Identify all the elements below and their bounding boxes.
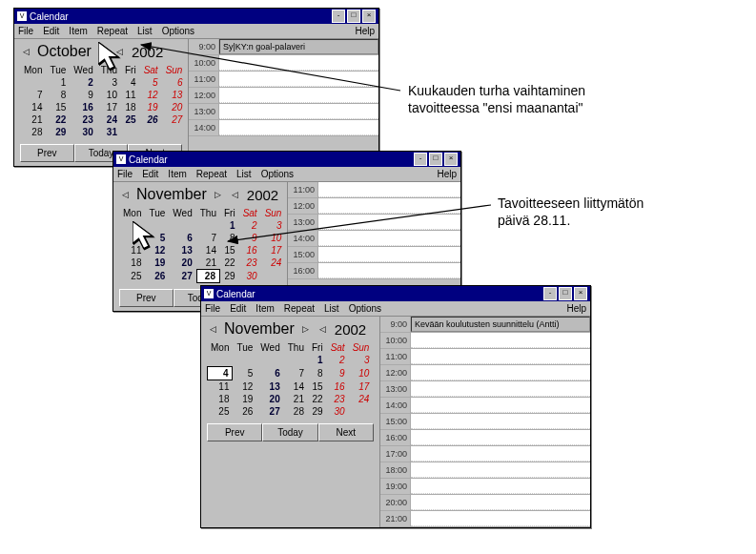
maximize-icon[interactable]: □	[347, 10, 360, 23]
time-slot[interactable]	[318, 263, 460, 278]
calendar-day[interactable]	[233, 354, 256, 366]
calendar-day[interactable]: 12	[145, 244, 169, 256]
menu-help[interactable]: Help	[566, 303, 586, 314]
calendar-day[interactable]: 8	[308, 366, 327, 380]
schedule-row[interactable]: 15:00	[288, 247, 460, 263]
calendar-day[interactable]: 19	[140, 101, 162, 113]
calendar-day[interactable]: 13	[256, 380, 283, 393]
schedule-row[interactable]: 11:00	[288, 182, 460, 198]
calendar-day[interactable]: 25	[121, 113, 140, 126]
calendar-day[interactable]	[284, 354, 308, 366]
calendar-day[interactable]: 21	[196, 256, 220, 269]
next-month-icon[interactable]: ▷	[213, 189, 224, 200]
calendar-day[interactable]: 14	[20, 101, 46, 113]
calendar-day[interactable]: 19	[233, 393, 256, 405]
prev-year-icon[interactable]: ◁	[317, 323, 329, 335]
calendar-day[interactable]: 1	[308, 354, 327, 366]
schedule-row[interactable]: 16:00	[380, 430, 590, 446]
calendar-day[interactable]	[119, 219, 145, 232]
calendar-day[interactable]: 26	[233, 405, 256, 418]
calendar-day[interactable]: 17	[349, 380, 374, 393]
calendar-day[interactable]: 8	[220, 232, 239, 244]
menu-list[interactable]: List	[324, 303, 339, 314]
calendar-day[interactable]: 26	[145, 269, 169, 283]
calendar-day[interactable]: 30	[239, 269, 261, 283]
schedule-row[interactable]: 13:00	[189, 104, 378, 120]
time-slot[interactable]	[219, 120, 378, 135]
calendar-day[interactable]: 29	[220, 269, 239, 283]
menu-item[interactable]: Item	[168, 169, 186, 179]
calendar-day[interactable]: 6	[169, 232, 195, 244]
time-slot[interactable]	[411, 365, 590, 380]
calendar-day[interactable]: 7	[284, 366, 308, 380]
time-slot[interactable]	[411, 398, 590, 413]
time-slot[interactable]	[411, 479, 590, 494]
calendar-day[interactable]: 19	[145, 256, 169, 269]
time-slot[interactable]	[411, 511, 590, 526]
calendar-day[interactable]: 28	[20, 126, 46, 138]
calendar-day[interactable]: 13	[162, 89, 187, 101]
schedule-row[interactable]: 17:00	[380, 446, 590, 462]
calendar-day[interactable]: 23	[70, 113, 96, 126]
time-slot[interactable]	[318, 215, 460, 230]
calendar-day[interactable]: 24	[349, 393, 374, 405]
schedule-row[interactable]: 13:00	[288, 215, 460, 231]
calendar-day[interactable]: 6	[162, 76, 187, 89]
calendar-day[interactable]: 11	[119, 244, 145, 256]
calendar-day[interactable]: 6	[256, 366, 283, 380]
menu-list[interactable]: List	[236, 169, 252, 179]
calendar-day[interactable]: 15	[220, 244, 239, 256]
prev-button[interactable]: Prev	[207, 423, 262, 441]
calendar-day[interactable]: 13	[169, 244, 195, 256]
calendar-day[interactable]: 28	[196, 269, 220, 283]
calendar-day[interactable]	[349, 405, 374, 418]
schedule-row[interactable]: 19:00	[380, 479, 590, 495]
calendar-day[interactable]: 22	[308, 393, 327, 405]
calendar-day[interactable]: 21	[284, 393, 308, 405]
calendar-day[interactable]: 2	[239, 219, 261, 232]
prev-month-icon[interactable]: ◁	[119, 189, 131, 200]
menu-item[interactable]: Item	[255, 303, 274, 314]
calendar-grid[interactable]: MonTueWedThuFriSatSun1234567891011121314…	[119, 207, 285, 283]
calendar-day[interactable]: 21	[20, 113, 46, 126]
calendar-day[interactable]: 30	[70, 126, 96, 138]
prev-year-icon[interactable]: ◁	[114, 46, 126, 57]
calendar-day[interactable]: 25	[207, 405, 233, 418]
calendar-day[interactable]: 2	[327, 354, 349, 366]
time-slot[interactable]	[318, 182, 460, 197]
menu-file[interactable]: File	[117, 169, 133, 179]
schedule-row[interactable]: 11:00	[380, 349, 590, 365]
calendar-day[interactable]: 18	[207, 393, 233, 405]
menu-edit[interactable]: Edit	[142, 169, 158, 179]
menu-edit[interactable]: Edit	[230, 303, 246, 314]
schedule-row[interactable]: 10:00	[189, 55, 378, 72]
calendar-day[interactable]: 5	[233, 366, 256, 380]
time-slot[interactable]	[411, 333, 590, 348]
calendar-day[interactable]: 3	[97, 76, 121, 89]
time-slot[interactable]	[318, 198, 460, 214]
calendar-day[interactable]: 24	[261, 256, 286, 269]
calendar-day[interactable]: 25	[119, 269, 145, 283]
calendar-day[interactable]: 9	[70, 89, 96, 101]
menu-repeat[interactable]: Repeat	[284, 303, 315, 314]
calendar-day[interactable]	[121, 126, 140, 138]
maximize-icon[interactable]: □	[429, 153, 442, 166]
menu-edit[interactable]: Edit	[43, 26, 59, 36]
calendar-day[interactable]: 8	[46, 89, 70, 101]
calendar-day[interactable]: 7	[20, 89, 46, 101]
today-button[interactable]: Today	[262, 423, 317, 441]
close-icon[interactable]: ×	[362, 10, 376, 23]
calendar-day[interactable]	[20, 76, 46, 89]
prev-year-icon[interactable]: ◁	[230, 189, 241, 200]
calendar-day[interactable]: 10	[349, 366, 374, 380]
schedule-row[interactable]: 20:00	[380, 495, 590, 511]
menu-options[interactable]: Options	[349, 303, 381, 314]
calendar-day[interactable]: 3	[349, 354, 374, 366]
calendar-day[interactable]: 14	[284, 380, 308, 393]
prev-month-icon[interactable]: ◁	[20, 46, 31, 57]
calendar-day[interactable]: 27	[169, 269, 195, 283]
close-icon[interactable]: ×	[574, 287, 587, 300]
calendar-day[interactable]: 4	[207, 366, 233, 380]
calendar-day[interactable]: 5	[145, 232, 169, 244]
prev-month-icon[interactable]: ◁	[207, 323, 218, 335]
